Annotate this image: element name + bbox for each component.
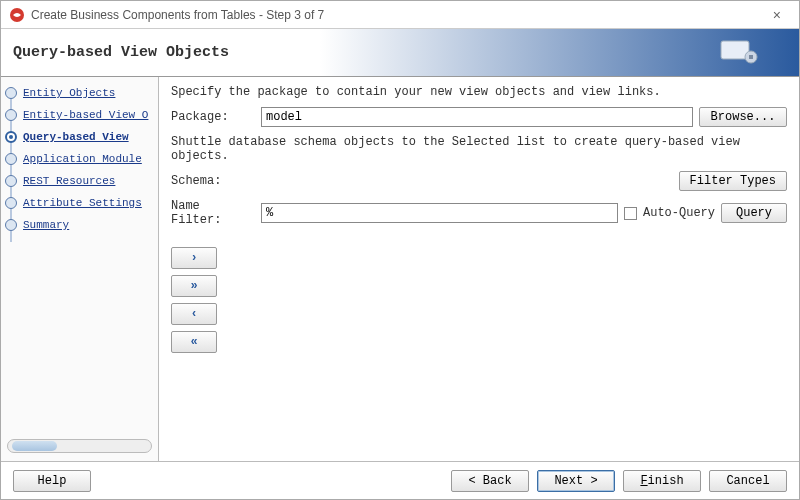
step-application-module[interactable]: Application Module [5,153,154,165]
titlebar: Create Business Components from Tables -… [1,1,799,29]
step-dot-icon [5,109,17,121]
browse-button[interactable]: Browse... [699,107,787,127]
step-summary[interactable]: Summary [5,219,154,231]
main-panel: Specify the package to contain your new … [159,77,799,461]
finish-button[interactable]: Finish [623,470,701,492]
window-title: Create Business Components from Tables -… [31,8,763,22]
shuttle-add-all-button[interactable]: » [171,275,217,297]
step-entity-based-view[interactable]: Entity-based View O [5,109,154,121]
wizard-steps-sidebar: Entity Objects Entity-based View O Query… [1,77,159,461]
chevron-left-icon: ‹ [190,307,197,321]
step-rest-resources[interactable]: REST Resources [5,175,154,187]
name-filter-label: Name Filter: [171,199,255,227]
package-label: Package: [171,110,255,124]
double-chevron-left-icon: « [190,335,197,349]
shuttle-remove-all-button[interactable]: « [171,331,217,353]
back-button[interactable]: < Back [451,470,529,492]
cancel-button[interactable]: Cancel [709,470,787,492]
package-input[interactable] [261,107,693,127]
step-query-based-view[interactable]: Query-based View [5,131,154,143]
name-filter-input[interactable] [261,203,618,223]
chevron-right-icon: › [190,251,197,265]
step-link[interactable]: Query-based View [23,131,129,143]
finish-tail: inish [648,474,684,488]
page-title: Query-based View Objects [13,44,229,61]
auto-query-label: Auto-Query [643,206,715,220]
close-icon[interactable]: × [763,5,791,25]
auto-query-checkbox[interactable] [624,207,637,220]
step-dot-icon [5,219,17,231]
wizard-footer: Help < Back Next > Finish Cancel [1,461,799,499]
double-chevron-right-icon: » [190,279,197,293]
svg-rect-3 [749,55,753,59]
banner: Query-based View Objects [1,29,799,77]
step-dot-icon [5,131,17,143]
step-link[interactable]: Entity Objects [23,87,115,99]
step-link[interactable]: Entity-based View O [23,109,148,121]
app-logo-icon [9,7,25,23]
step-entity-objects[interactable]: Entity Objects [5,87,154,99]
step-link[interactable]: Application Module [23,153,142,165]
help-button[interactable]: Help [13,470,91,492]
step-dot-icon [5,87,17,99]
schema-label: Schema: [171,174,255,188]
filter-types-button[interactable]: Filter Types [679,171,787,191]
sidebar-scrollbar[interactable] [7,439,152,453]
step-attribute-settings[interactable]: Attribute Settings [5,197,154,209]
shuttle-remove-button[interactable]: ‹ [171,303,217,325]
query-button[interactable]: Query [721,203,787,223]
shuttle-controls: › » ‹ « [171,247,787,353]
description-1: Specify the package to contain your new … [171,85,787,99]
wizard-banner-icon [719,37,759,65]
step-link[interactable]: Attribute Settings [23,197,142,209]
step-link[interactable]: Summary [23,219,69,231]
step-dot-icon [5,153,17,165]
step-dot-icon [5,197,17,209]
description-2: Shuttle database schema objects to the S… [171,135,787,163]
step-link[interactable]: REST Resources [23,175,115,187]
step-dot-icon [5,175,17,187]
next-button[interactable]: Next > [537,470,615,492]
shuttle-add-button[interactable]: › [171,247,217,269]
scrollbar-thumb[interactable] [12,441,57,451]
